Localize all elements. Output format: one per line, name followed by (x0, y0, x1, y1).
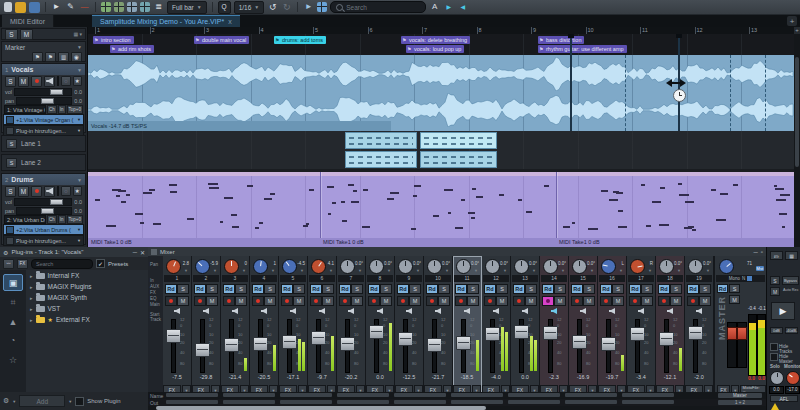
chevron-right-icon[interactable]: ▸ (30, 306, 33, 312)
master-strip[interactable]: 71 Mst Mono N Rd S M MASTER -0.4 -0.1 0.… (714, 256, 766, 401)
channel-out-cell[interactable] (508, 400, 560, 404)
lane-solo-button[interactable]: S (6, 139, 17, 149)
channel-monitor-button[interactable] (453, 308, 481, 316)
channel-solo-button[interactable]: S (641, 284, 653, 294)
rewind-marker-icon[interactable]: ◀ (457, 2, 468, 13)
chevron-down-icon[interactable]: ▼ (387, 268, 391, 273)
channel-out-cell[interactable] (565, 400, 617, 404)
chevron-down-icon[interactable]: ▼ (677, 268, 681, 273)
read-automation-button[interactable]: Rd (629, 284, 641, 294)
channel-record-button[interactable] (513, 296, 525, 306)
channel-solo-button[interactable]: S (177, 284, 189, 294)
effects-tab-icon[interactable]: ⌗ (4, 295, 22, 310)
timeline-marker[interactable]: add rim shots (110, 45, 154, 53)
channel-mute-button[interactable]: M (177, 296, 189, 306)
chevron-down-icon[interactable]: ▼ (590, 268, 594, 273)
channel-record-button[interactable] (600, 296, 612, 306)
channel-pan-knob[interactable] (195, 259, 210, 274)
mute-button[interactable]: M (18, 186, 29, 197)
channel-out-cell[interactable] (451, 400, 503, 404)
tree-item-magix-plugins[interactable]: ▸ MAGIX Plugins (26, 281, 148, 292)
read-automation-button[interactable]: Rd (281, 284, 293, 294)
channel-record-button[interactable] (281, 296, 293, 306)
tree-item-internal-fx[interactable]: ▸ Internal FX (26, 270, 148, 281)
lock-icon[interactable]: ◌ (61, 186, 70, 196)
mixer-channel-strip[interactable]: 0.0°▼12RdSM12010204080-4.0FX▼ (482, 256, 511, 401)
channel-mute-button[interactable]: M (670, 296, 682, 306)
channel-name-cell[interactable] (337, 393, 389, 397)
channel-name-cell[interactable] (223, 393, 275, 397)
fader-thumb[interactable] (485, 327, 500, 341)
cursor-tool-icon[interactable]: ► (51, 2, 62, 13)
plugin-search-input[interactable]: Search (31, 259, 93, 269)
maximize-icon[interactable]: ▫ (761, 249, 763, 255)
channel-name-cell[interactable] (394, 393, 446, 397)
chevron-down-icon[interactable]: ▼ (503, 268, 507, 273)
chevron-right-icon[interactable]: ▸ (30, 273, 33, 279)
chevron-down-icon[interactable]: ▼ (300, 268, 304, 273)
lane-1-header[interactable]: S Lane 1 (1, 135, 86, 152)
track-header-vocals[interactable]: 1 Vocals ▼ S M ◌ ★ vol 0.0 pan 0.0 1: Vi… (1, 63, 86, 133)
master-name-cell[interactable]: Master (718, 393, 762, 398)
channel-mute-button[interactable]: M (612, 296, 624, 306)
channel-solo-button[interactable]: S (467, 284, 479, 294)
play-button[interactable]: ▶ (771, 302, 795, 320)
master-out-cell[interactable]: 1 + 2 (718, 400, 762, 405)
plugin-slot-add[interactable]: Plug-in hinzufügen... ▼ (3, 235, 84, 246)
channel-monitor-button[interactable] (308, 308, 336, 316)
channel-monitor-button[interactable] (337, 308, 365, 316)
solo-knob[interactable] (770, 371, 784, 385)
top-button[interactable]: Top+0 (67, 105, 83, 114)
chevron-down-icon[interactable]: ▼ (77, 227, 81, 232)
fader-thumb[interactable] (572, 335, 587, 349)
vertical-scrollbar[interactable]: + (794, 27, 800, 247)
channel-pan-knob[interactable] (427, 259, 442, 274)
channel-pan-knob[interactable] (456, 259, 471, 274)
mixer-channel-strip[interactable]: L▼16RdSM12010204080-19.7FX▼ (598, 256, 627, 401)
chevron-right-icon[interactable]: ▸ (30, 284, 33, 290)
chevron-down-icon[interactable]: ▼ (416, 268, 420, 273)
chevron-down-icon[interactable]: ▼ (184, 268, 188, 273)
chevron-down-icon[interactable]: ▼ (77, 238, 81, 243)
zero-db-button[interactable]: 0dB (770, 327, 783, 334)
chevron-down-icon[interactable]: ▼ (68, 399, 72, 404)
timeline-marker[interactable]: vocals: delete breathing (401, 36, 470, 44)
channel-monitor-button[interactable] (366, 308, 394, 316)
marker-track-header[interactable]: Marker ▼ ⚑ ⚑ ▥ ◉ (1, 41, 86, 62)
chevron-down-icon[interactable]: ▼ (445, 268, 449, 273)
top-button[interactable]: Top+0 (67, 215, 83, 224)
channel-button[interactable]: Ch (47, 215, 57, 224)
mixer-channel-strip[interactable]: -5.9▼2RdSM12010204080-29.8FX▼ (192, 256, 221, 401)
close-icon[interactable]: ✕ (140, 249, 145, 256)
timeline-marker[interactable]: intro section (93, 36, 134, 44)
read-automation-button[interactable]: Rd (368, 284, 380, 294)
channel-name-cell[interactable] (166, 393, 218, 397)
history-tab-icon[interactable]: ◔ (4, 333, 22, 348)
channel-name-cell[interactable] (565, 393, 617, 397)
snap-value-dropdown[interactable]: Full bar ▼ (167, 1, 207, 14)
mixer-channel-strip[interactable]: 1▼4RdSM12010204080-20.5FX▼ (250, 256, 279, 401)
mono-label[interactable]: Mono (729, 275, 740, 282)
chevron-down-icon[interactable]: ▼ (532, 268, 536, 273)
channel-record-button[interactable] (223, 296, 235, 306)
channel-monitor-button[interactable] (656, 308, 684, 316)
channel-out-cell[interactable] (280, 400, 332, 404)
chevron-down-icon[interactable]: ▼ (77, 67, 82, 73)
mixer-titlebar[interactable]: Mixer ─ ▫ (148, 247, 766, 256)
cut-tool-icon[interactable]: — (79, 2, 90, 13)
mixer-channel-strip[interactable]: R▼17RdSM12010204080-3.4FX▼ (627, 256, 656, 401)
gear-icon[interactable]: ⚙ (3, 397, 9, 405)
channel-out-cell[interactable] (337, 400, 389, 404)
channel-record-button[interactable] (687, 296, 699, 306)
channel-solo-button[interactable]: S (409, 284, 421, 294)
gear-icon[interactable]: ⚙ (3, 249, 8, 256)
mixer-channel-strip[interactable]: 0.0°▼13RdSM120102040800.0FX▼ (511, 256, 540, 401)
read-automation-button[interactable]: Rd (252, 284, 264, 294)
chevron-down-icon[interactable]: ▼ (474, 268, 478, 273)
redo-icon[interactable]: ↻ (281, 2, 292, 13)
presets-checkbox[interactable]: ✓ (96, 259, 105, 268)
minimize-icon[interactable]: ─ (133, 249, 137, 255)
fader-thumb[interactable] (311, 331, 326, 345)
open-folder-icon[interactable] (15, 2, 26, 13)
mixer-channel-strip[interactable]: 0.0°▼15RdSM12010204080-16.9FX▼ (569, 256, 598, 401)
